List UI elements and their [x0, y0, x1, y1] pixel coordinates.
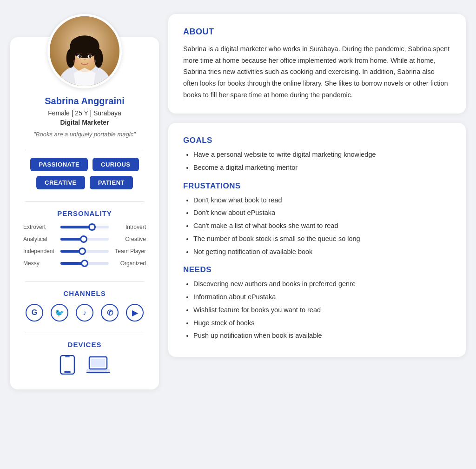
tag-creative: CREATIVE	[36, 176, 85, 189]
svg-rect-18	[91, 359, 105, 367]
personality-title: PERSONALITY	[57, 209, 112, 217]
frustration-item: Can't make a list of what books she want…	[193, 221, 451, 231]
frustrations-heading: FRUSTATIONS	[183, 181, 451, 191]
frustration-item: Not getting notification of available bo…	[193, 247, 451, 257]
slider-row-0: ExtrovertIntrovert	[23, 224, 146, 230]
slider-right-1: Creative	[112, 236, 146, 242]
needs-heading: NEEDS	[183, 265, 451, 275]
tag-curious: CURIOUS	[93, 158, 139, 171]
slider-left-0: Extrovert	[23, 224, 57, 230]
slider-row-1: AnalyticalCreative	[23, 236, 146, 242]
devices-section: DEVICES	[10, 341, 159, 378]
laptop-icon	[86, 356, 110, 377]
needs-list: Discovering new authors and books in pre…	[183, 279, 451, 341]
frustrations-list: Don't know what book to readDon't know a…	[183, 195, 451, 257]
tags-container: PASSIONATECURIOUSCREATIVEPATIENT	[10, 158, 159, 189]
slider-left-1: Analytical	[23, 236, 57, 242]
need-item: Push up notification when book is availa…	[193, 331, 451, 341]
profile-role: Digital Marketer	[60, 119, 109, 126]
spotify-icon[interactable]: ♪	[76, 304, 93, 322]
profile-info: Female | 25 Y | Surabaya	[48, 109, 121, 117]
twitter-icon[interactable]: 🐦	[51, 304, 68, 322]
svg-point-13	[89, 59, 96, 63]
page-wrapper: Sabrina Anggraini Female | 25 Y | Suraba…	[10, 14, 466, 389]
avatar-image	[50, 14, 119, 88]
frustration-item: Don't know about ePustaka	[193, 208, 451, 218]
avatar	[47, 14, 122, 88]
need-item: Wishlist feature for books you want to r…	[193, 305, 451, 315]
youtube-icon[interactable]: ▶	[126, 304, 144, 322]
channel-icons: G🐦♪✆▶	[26, 304, 144, 322]
divider-4	[25, 333, 144, 333]
about-text: Sabrina is a digital marketer who works …	[183, 43, 451, 100]
slider-track-1[interactable]	[60, 238, 109, 241]
device-icons-container	[60, 355, 110, 378]
svg-rect-16	[65, 356, 70, 357]
svg-point-5	[66, 48, 75, 67]
profile-name: Sabrina Anggraini	[45, 96, 125, 107]
slider-right-0: Introvert	[112, 224, 146, 230]
tag-patient: PATIENT	[90, 176, 133, 189]
channels-section: CHANNELS G🐦♪✆▶	[10, 289, 159, 323]
svg-point-7	[71, 36, 99, 50]
about-card: ABOUT Sabrina is a digital marketer who …	[168, 14, 466, 114]
profile-card: Sabrina Anggraini Female | 25 Y | Suraba…	[10, 37, 159, 389]
tag-passionate: PASSIONATE	[30, 158, 88, 171]
goals-heading: GOALS	[183, 136, 451, 145]
google-icon[interactable]: G	[26, 304, 43, 322]
slider-track-0[interactable]	[60, 226, 109, 228]
slider-left-2: Independent	[23, 248, 57, 255]
svg-point-6	[94, 48, 103, 67]
slider-row-3: MessyOrganized	[23, 260, 146, 267]
slider-track-2[interactable]	[60, 250, 109, 253]
goal-item: Have a personal website to write digital…	[193, 150, 451, 160]
whatsapp-icon[interactable]: ✆	[101, 304, 119, 322]
profile-quote: "Books are a uniquely portable magic"	[22, 131, 147, 138]
need-item: Information about ePustaka	[193, 292, 451, 302]
svg-point-10	[79, 55, 81, 58]
slider-left-3: Messy	[23, 260, 57, 267]
frustration-item: The number of book stock is small so the…	[193, 234, 451, 244]
slider-track-3[interactable]	[60, 262, 109, 265]
need-item: Huge stock of books	[193, 318, 451, 328]
gfn-card: GOALS Have a personal website to write d…	[168, 123, 466, 357]
phone-icon	[60, 355, 75, 378]
personality-section: ExtrovertIntrovertAnalyticalCreativeInde…	[10, 224, 159, 272]
slider-right-3: Organized	[112, 260, 146, 267]
slider-row-2: IndependentTeam Player	[23, 248, 146, 255]
divider-2	[25, 201, 144, 202]
svg-rect-15	[64, 371, 71, 373]
svg-point-12	[73, 59, 80, 63]
divider-1	[25, 150, 144, 150]
slider-right-2: Team Player	[112, 248, 146, 255]
frustration-item: Don't know what book to read	[193, 195, 451, 206]
goals-list: Have a personal website to write digital…	[183, 150, 451, 173]
goal-item: Become a digital marketing mentor	[193, 163, 451, 173]
divider-3	[25, 281, 144, 282]
channels-title: CHANNELS	[63, 289, 106, 297]
svg-point-11	[89, 55, 92, 58]
need-item: Discovering new authors and books in pre…	[193, 279, 451, 289]
right-column: ABOUT Sabrina is a digital marketer who …	[168, 14, 466, 357]
devices-title: DEVICES	[68, 341, 102, 348]
about-heading: ABOUT	[183, 27, 451, 37]
